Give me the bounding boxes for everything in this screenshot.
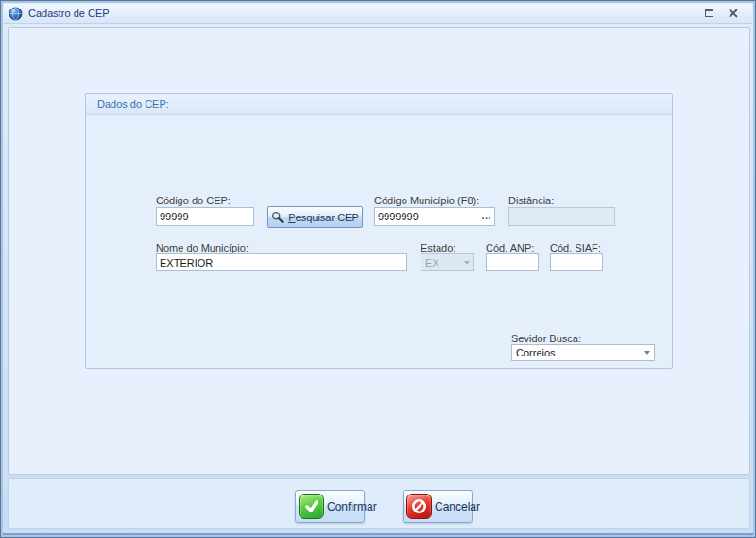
cancelar-button[interactable]: Cancelar — [403, 490, 472, 523]
globe-icon — [9, 7, 23, 21]
check-icon — [299, 494, 324, 519]
nome-municipio-input[interactable] — [156, 253, 407, 271]
close-icon — [729, 9, 738, 18]
estado-label: Estado: — [421, 242, 455, 253]
servidor-busca-combobox[interactable]: Correios — [511, 344, 655, 361]
footer-panel: Confirmar Cancelar — [8, 478, 750, 529]
chevron-down-icon — [464, 261, 470, 265]
groupbox-title: Dados do CEP: — [97, 98, 169, 110]
confirmar-button[interactable]: Confirmar — [295, 490, 365, 523]
chevron-down-icon — [644, 351, 650, 355]
cancel-icon — [406, 494, 432, 519]
titlebar[interactable]: Cadastro de CEP — [4, 4, 752, 24]
distancia-input — [508, 207, 615, 226]
pesquisar-cep-label: Pesquisar CEP — [288, 212, 359, 223]
codigo-cep-input[interactable] — [156, 207, 254, 226]
cod-siaf-input[interactable] — [550, 253, 603, 271]
distancia-label: Distância: — [508, 195, 554, 206]
main-panel: Dados do CEP: Código do CEP: Pesquisar C… — [8, 27, 750, 475]
maximize-icon — [705, 9, 713, 17]
cod-siaf-label: Cód. SIAF: — [550, 242, 601, 253]
cod-anp-input[interactable] — [486, 253, 539, 271]
nome-municipio-label: Nome do Município: — [156, 242, 249, 253]
magnifier-icon — [271, 211, 284, 223]
estado-value: EX — [425, 257, 439, 269]
servidor-busca-value: Correios — [516, 347, 556, 358]
codigo-cep-label: Código do CEP: — [156, 195, 231, 206]
servidor-busca-label: Sevidor Busca: — [511, 333, 581, 344]
estado-combobox: EX — [421, 253, 474, 271]
dados-do-cep-groupbox: Dados do CEP: — [85, 93, 673, 369]
groupbox-header: Dados do CEP: — [86, 94, 672, 115]
maximize-button[interactable] — [701, 7, 716, 20]
window-title: Cadastro de CEP — [28, 8, 110, 19]
codigo-municipio-label: Código Município (F8): — [374, 195, 479, 206]
pesquisar-cep-button[interactable]: Pesquisar CEP — [267, 206, 363, 228]
codigo-municipio-field: … — [374, 207, 495, 226]
codigo-municipio-input[interactable] — [374, 207, 495, 226]
cancelar-label: Cancelar — [435, 500, 480, 513]
cod-anp-label: Cód. ANP: — [486, 242, 534, 253]
cadastro-cep-window: Cadastro de CEP Dados do CEP: Código do … — [0, 0, 756, 538]
confirmar-label: Confirmar — [327, 500, 377, 513]
close-button[interactable] — [726, 7, 741, 20]
municipio-lookup-button[interactable]: … — [481, 207, 492, 226]
